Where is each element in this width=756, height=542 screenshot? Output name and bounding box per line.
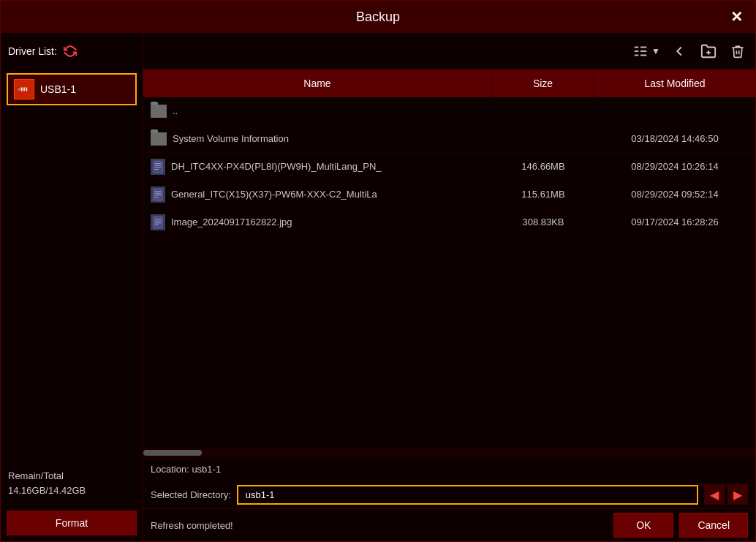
title-bar: Backup ✕ (1, 1, 755, 33)
file-size: 115.61MB (492, 181, 594, 208)
table-body: .. System Volume Information 03/18/2024 … (143, 97, 755, 448)
file-icon (151, 214, 165, 230)
file-name: General_ITC(X15)(X37)-PW6M-XXX-C2_MultiL… (143, 181, 492, 208)
col-name: Name (143, 69, 492, 97)
file-size (492, 125, 594, 152)
dialog-title: Backup (356, 10, 400, 25)
selected-dir-value[interactable]: usb1-1 (237, 485, 698, 505)
file-table: Name Size Last Modified .. (143, 69, 755, 448)
file-panel: ▼ (143, 33, 755, 541)
file-modified: 08/29/2024 10:26:14 (594, 153, 755, 180)
table-row[interactable]: Image_20240917162822.jpg 308.83KB 09/17/… (143, 208, 755, 236)
refresh-icon[interactable] (63, 44, 78, 59)
svg-rect-13 (154, 161, 162, 173)
table-row[interactable]: System Volume Information 03/18/2024 14:… (143, 125, 755, 153)
remain-value: 14.16GB/14.42GB (8, 483, 135, 498)
location-bar: Location: usb1-1 (143, 457, 755, 481)
nav-arrows: ◀ ▶ (704, 484, 748, 505)
refresh-message: Refresh completed! (151, 520, 613, 531)
remain-label: Remain/Total (8, 469, 135, 483)
file-icon (151, 187, 165, 203)
new-folder-button[interactable] (698, 41, 719, 61)
folder-icon (151, 132, 167, 146)
bottom-bar: Refresh completed! OK Cancel (143, 509, 755, 541)
selected-directory-bar: Selected Directory: usb1-1 ◀ ▶ (143, 481, 755, 508)
svg-rect-18 (154, 189, 162, 200)
next-arrow-button[interactable]: ▶ (727, 484, 748, 505)
location-label: Location: (151, 464, 189, 475)
file-name: .. (143, 97, 492, 124)
folder-icon (151, 105, 167, 118)
file-name: DH_ITC4XX-PX4D(PL8I)(PW9H)_MultiLang_PN_ (143, 153, 492, 180)
table-row[interactable]: .. (143, 97, 755, 125)
driver-list-label: Driver List: (8, 45, 57, 57)
delete-button[interactable] (727, 41, 748, 61)
file-modified: 03/18/2024 14:46:50 (594, 125, 755, 152)
toolbar: ▼ (143, 33, 755, 69)
prev-arrow-button[interactable]: ◀ (704, 484, 725, 505)
back-button[interactable] (669, 41, 689, 61)
dropdown-arrow: ▼ (651, 46, 660, 56)
svg-rect-2 (23, 88, 25, 91)
ok-button[interactable]: OK (613, 513, 673, 538)
svg-rect-1 (21, 88, 23, 91)
file-size: 308.83KB (492, 208, 594, 236)
driver-list-header: Driver List: (1, 33, 143, 69)
scrollbar-thumb[interactable] (143, 450, 202, 456)
file-icon (151, 159, 165, 175)
view-mode-dropdown[interactable]: ▼ (632, 43, 660, 59)
usb-item-label: USB1-1 (40, 83, 76, 95)
file-modified: 09/17/2024 16:28:26 (594, 208, 755, 236)
file-name: System Volume Information (143, 125, 492, 152)
sidebar: Driver List: (1, 33, 143, 541)
cancel-button[interactable]: Cancel (679, 513, 748, 538)
svg-rect-23 (154, 217, 162, 228)
usb-item[interactable]: USB1-1 (7, 73, 137, 105)
file-modified: 08/29/2024 09:52:14 (594, 181, 755, 208)
table-row[interactable]: DH_ITC4XX-PX4D(PL8I)(PW9H)_MultiLang_PN_… (143, 153, 755, 181)
usb-drive-icon (14, 79, 34, 99)
svg-rect-4 (18, 88, 20, 90)
close-button[interactable]: ✕ (726, 7, 746, 27)
selected-dir-label: Selected Directory: (151, 489, 231, 500)
svg-rect-3 (26, 88, 28, 91)
col-modified: Last Modified (594, 69, 755, 97)
table-row[interactable]: General_ITC(X15)(X37)-PW6M-XXX-C2_MultiL… (143, 181, 755, 208)
backup-dialog: Backup ✕ Driver List: (0, 0, 756, 542)
file-name: Image_20240917162822.jpg (143, 208, 492, 236)
main-content: Driver List: (1, 33, 755, 541)
location-value: usb1-1 (192, 464, 221, 475)
remain-info: Remain/Total 14.16GB/14.42GB (1, 462, 143, 505)
col-size: Size (492, 69, 594, 97)
horizontal-scrollbar[interactable] (143, 448, 755, 457)
file-modified (594, 97, 755, 124)
table-header: Name Size Last Modified (143, 69, 755, 97)
file-size (492, 97, 594, 124)
file-size: 146.66MB (492, 153, 594, 180)
format-button[interactable]: Format (7, 511, 137, 535)
